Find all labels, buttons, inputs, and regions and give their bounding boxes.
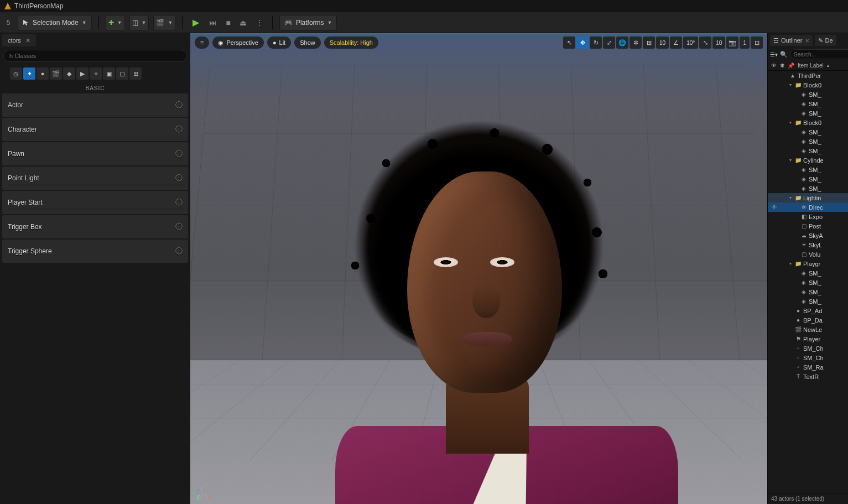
fx-category-icon[interactable]: ✧ — [90, 67, 102, 80]
outliner-row[interactable]: ▾📁Cylinde — [768, 155, 848, 165]
close-icon[interactable]: ✕ — [805, 38, 809, 44]
outliner-row[interactable]: ⚑Player — [768, 334, 848, 344]
outliner-row[interactable]: ◈SM_ — [768, 99, 848, 108]
outliner-row[interactable]: ◧Expo — [768, 212, 848, 221]
blueprint-button[interactable]: ◫▼ — [129, 15, 149, 30]
outliner-row[interactable]: ▢Volu — [768, 250, 848, 259]
help-icon[interactable]: ⓘ — [175, 173, 183, 183]
outliner-row[interactable]: ▾📁Playgr — [768, 259, 848, 268]
viewport-scene[interactable]: z╹ y╱ ╲x — [190, 33, 767, 504]
bookmark-column-icon[interactable]: 📌 — [788, 63, 794, 69]
step-button[interactable]: ⏭ — [207, 18, 219, 27]
details-tab[interactable]: ✎ De — [815, 35, 836, 46]
actor-class-item[interactable]: Trigger Sphereⓘ — [2, 240, 188, 263]
grid-snap-value[interactable]: 10 — [656, 37, 669, 49]
outliner-row[interactable]: ●BP_Da — [768, 315, 848, 325]
outliner-row[interactable]: ☁SkyA — [768, 231, 848, 240]
volumes-category-icon[interactable]: ▢ — [116, 67, 128, 80]
help-icon[interactable]: ⓘ — [175, 222, 183, 232]
play-options-button[interactable]: ⋮ — [253, 18, 266, 27]
rotate-tool[interactable]: ↻ — [590, 37, 602, 49]
scale-snap-toggle[interactable]: ⤡ — [699, 37, 711, 49]
cinematics-button[interactable]: 🎬▼ — [153, 15, 175, 30]
outliner-row[interactable]: TTextR — [768, 372, 848, 381]
lit-dropdown[interactable]: ● Lit — [267, 37, 291, 49]
help-icon[interactable]: ⓘ — [175, 100, 183, 110]
basic-category-icon[interactable]: ✦ — [23, 67, 35, 80]
outliner-row[interactable]: ▫SM_Ch — [768, 353, 848, 362]
help-icon[interactable]: ⓘ — [175, 246, 183, 256]
outliner-search-input[interactable] — [790, 49, 848, 59]
outliner-row[interactable]: ◈SM_ — [768, 287, 848, 297]
outliner-row[interactable]: ◈SM_ — [768, 108, 848, 118]
translate-tool[interactable]: ✥ — [576, 37, 589, 49]
outliner-row[interactable]: ◈SM_ — [768, 165, 848, 174]
viewport[interactable]: z╹ y╱ ╲x ≡ ◉ Perspective ● Lit Show Scal… — [190, 33, 767, 504]
angle-snap-toggle[interactable]: ∠ — [670, 37, 682, 49]
visibility-toggle[interactable]: 👁 — [770, 204, 779, 210]
item-label-header[interactable]: Item Label — [798, 63, 824, 69]
actor-class-item[interactable]: Pawnⓘ — [2, 142, 188, 165]
recent-category-icon[interactable]: ◷ — [10, 67, 22, 80]
actor-class-item[interactable]: Actorⓘ — [2, 93, 188, 117]
toolbar-mode-indicator[interactable]: 5 — [3, 19, 13, 27]
outliner-row[interactable]: ◈SM_ — [768, 90, 848, 99]
help-icon[interactable]: ⓘ — [175, 198, 183, 207]
outliner-row[interactable]: ◈SM_ — [768, 297, 848, 306]
surface-snap-button[interactable]: ✲ — [630, 37, 642, 49]
actor-class-item[interactable]: Point Lightⓘ — [2, 167, 188, 190]
platforms-dropdown[interactable]: 🎮 Platforms ▼ — [279, 15, 337, 30]
world-local-toggle[interactable]: 🌐 — [616, 37, 628, 49]
camera-speed-value[interactable]: 1 — [740, 37, 750, 49]
filter-button[interactable]: ☰▾ — [770, 51, 778, 58]
cinematic-category-icon[interactable]: 🎬 — [50, 67, 62, 80]
outliner-row[interactable]: ◈SM_ — [768, 137, 848, 146]
outliner-row[interactable]: ◈SM_ — [768, 184, 848, 193]
expand-arrow-icon[interactable]: ▾ — [788, 261, 793, 266]
outliner-row[interactable]: ▢Post — [768, 221, 848, 231]
selection-mode-dropdown[interactable]: Selection Mode ▼ — [18, 15, 92, 30]
outliner-row[interactable]: ◈SM_ — [768, 268, 848, 278]
outliner-row[interactable]: ●BP_Ad — [768, 306, 848, 315]
select-tool[interactable]: ↖ — [563, 37, 575, 49]
outliner-row[interactable]: ◈SM_ — [768, 146, 848, 155]
scalability-indicator[interactable]: Scalability: High — [324, 37, 378, 49]
outliner-row[interactable]: ▲ThirdPer — [768, 71, 848, 80]
close-icon[interactable]: ✕ — [25, 37, 30, 44]
outliner-row[interactable]: ◈SM_ — [768, 127, 848, 137]
all-category-icon[interactable]: ⊞ — [129, 67, 142, 80]
outliner-row[interactable]: ◈SM_ — [768, 278, 848, 287]
add-content-button[interactable]: ✚▼ — [106, 15, 125, 30]
class-search-input[interactable] — [3, 50, 187, 62]
place-actors-tab[interactable]: ctors ✕ — [2, 34, 36, 46]
eject-button[interactable]: ⏏ — [237, 18, 249, 27]
expand-arrow-icon[interactable]: ▾ — [788, 195, 793, 200]
actor-class-item[interactable]: Player Startⓘ — [2, 191, 188, 214]
help-icon[interactable]: ⓘ — [175, 149, 183, 159]
camera-speed-button[interactable]: 📷 — [726, 37, 738, 49]
expand-arrow-icon[interactable]: ▾ — [788, 158, 793, 163]
geometry-category-icon[interactable]: ▣ — [103, 67, 115, 80]
stop-button[interactable]: ■ — [223, 18, 232, 27]
outliner-row[interactable]: ◈SM_ — [768, 174, 848, 184]
angle-snap-value[interactable]: 10° — [683, 37, 698, 49]
expand-arrow-icon[interactable]: ▾ — [788, 82, 793, 87]
outliner-row[interactable]: ☀SkyL — [768, 240, 848, 250]
outliner-row[interactable]: ▫SM_Ch — [768, 344, 848, 353]
media-category-icon[interactable]: ▶ — [76, 67, 89, 80]
outliner-tab[interactable]: ☲ Outliner ✕ — [770, 35, 813, 46]
outliner-row[interactable]: ▾📁Lightin — [768, 193, 848, 202]
outliner-row[interactable]: ▾📁Block0 — [768, 80, 848, 90]
outliner-row[interactable]: 🎬NewLe — [768, 325, 848, 334]
lights-category-icon[interactable]: ● — [37, 67, 49, 80]
visibility-column-icon[interactable]: 👁 — [771, 63, 777, 69]
show-dropdown[interactable]: Show — [294, 37, 321, 49]
actor-class-item[interactable]: Trigger Boxⓘ — [2, 215, 188, 238]
grid-snap-toggle[interactable]: ⊞ — [643, 37, 655, 49]
viewport-maximize-button[interactable]: ⊡ — [751, 37, 763, 49]
actor-class-item[interactable]: Characterⓘ — [2, 118, 188, 141]
scale-snap-value[interactable]: 10 — [712, 37, 725, 49]
outliner-row[interactable]: 👁✲Direc — [768, 202, 848, 212]
help-icon[interactable]: ⓘ — [175, 124, 183, 134]
expand-arrow-icon[interactable]: ▾ — [788, 120, 793, 125]
